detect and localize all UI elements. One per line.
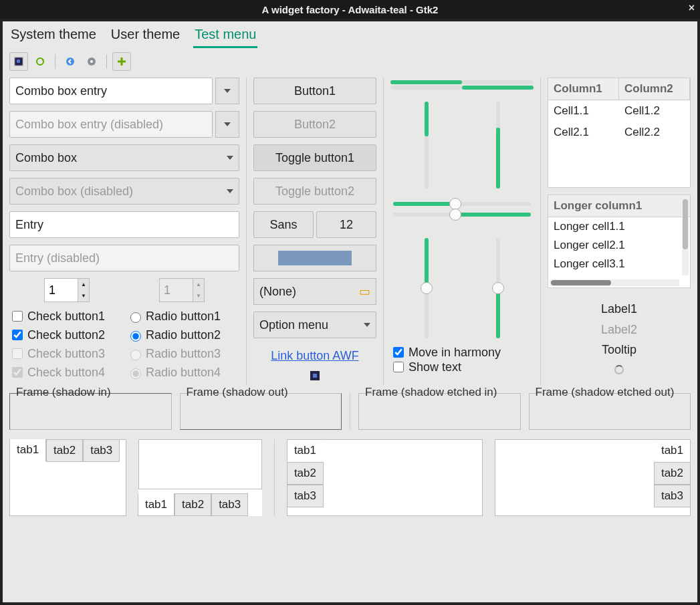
vertical-scrollbar[interactable] [682,198,689,275]
tooltip-label: Tooltip [548,340,691,360]
check-button-3: Check button3 [9,346,122,361]
tab[interactable]: tab2 [174,493,211,516]
combo-box-entry-disabled: Combo box entry (disabled) [9,111,239,138]
svg-rect-7 [313,374,317,378]
table-row[interactable]: Longer cell2.1 [548,236,690,255]
radio-button-1[interactable]: Radio button1 [127,309,239,324]
table-row[interactable]: Cell1.1 Cell1.2 [548,100,690,122]
chevron-down-icon [227,156,233,160]
menubar: System theme User theme Test menu [3,21,697,49]
spin-down-2: ▼ [193,290,204,301]
option-menu[interactable]: Option menu [253,312,376,338]
font-button-size[interactable]: 12 [316,211,376,238]
tab[interactable]: tab3 [83,439,120,462]
table-row[interactable]: Cell2.1 Cell2.2 [548,122,690,143]
combo-entry-drop-disabled [215,111,239,138]
combo-box[interactable]: Combo box [9,144,239,171]
disc-icon[interactable] [82,52,101,71]
table-row[interactable]: Longer cell1.1 [548,217,690,236]
entry[interactable]: Entry [9,211,239,238]
spin-up-1[interactable]: ▲ [78,279,89,290]
combo-box-label: Combo box [15,151,77,165]
table-1: Column1 Column2 Cell1.1 Cell1.2 Cell2.1 … [548,78,691,188]
table-header[interactable]: Column1 [548,78,619,100]
refresh-icon[interactable] [31,52,49,71]
vertical-progress-1 [425,102,429,189]
vertical-slider-1[interactable] [425,238,429,338]
color-swatch [278,251,352,265]
spin-down-1[interactable]: ▼ [78,290,89,301]
toolbar-separator [106,54,107,69]
combo-entry-input-disabled: Combo box entry (disabled) [9,111,213,138]
tool-square-icon[interactable] [9,52,28,71]
table-row[interactable]: Longer cell3.1 [548,255,690,273]
svg-rect-1 [17,59,20,63]
toggle-button-2: Toggle button2 [253,178,376,205]
frame-shadow-etched-in: Frame (shadow etched in) [358,393,521,430]
combo-box-entry: Combo box entry [9,78,239,104]
check-show-text[interactable]: Show text [390,360,534,374]
check-button-4: Check button4 [9,365,122,380]
slider-2[interactable] [393,213,531,217]
button-1[interactable]: Button1 [253,78,376,104]
check-button-2[interactable]: Check button2 [9,328,122,342]
radio-button-3: Radio button3 [127,346,239,361]
table-2: Longer column1 Longer cell1.1 Longer cel… [548,195,691,288]
svg-point-3 [66,57,74,66]
tab[interactable]: tab3 [211,493,248,516]
combo-box-disabled: Combo box (disabled) [9,178,239,205]
horizontal-scrollbar[interactable] [550,279,679,286]
tab[interactable]: tab1 [654,439,691,462]
menu-test-menu[interactable]: Test menu [193,25,257,48]
app-icon [253,370,376,385]
frame-shadow-etched-out: Frame (shadow etched out) [529,393,691,430]
back-icon[interactable] [61,52,80,71]
tab[interactable]: tab3 [654,485,691,507]
combo-entry-drop[interactable] [215,78,239,104]
entry-disabled: Entry (disabled) [9,245,239,271]
frame-shadow-in: Frame (shadow in) [9,393,172,430]
close-icon[interactable]: × [689,2,695,14]
menu-user-theme[interactable]: User theme [110,25,181,48]
spinner-icon [614,365,624,374]
window-title: A widget factory - Adwaita-teal - Gtk2 [262,4,439,15]
separator [350,393,350,430]
combo-entry-input[interactable]: Combo box entry [9,78,213,104]
tab[interactable]: tab2 [287,462,324,485]
label-2: Label2 [548,320,691,340]
radio-button-2[interactable]: Radio button2 [127,328,239,342]
notebook-top: tab1 tab2 tab3 [9,439,126,516]
spin-button-1: ▲ ▼ [44,278,90,302]
plus-icon[interactable] [112,52,131,71]
titlebar: A widget factory - Adwaita-teal - Gtk2 × [0,0,700,19]
tab[interactable]: tab1 [138,493,174,516]
menu-system-theme[interactable]: System theme [9,25,98,48]
check-move-harmony[interactable]: Move in harmony [390,345,534,360]
spin-button-2: ▲ ▼ [159,278,205,302]
notebook-right: tab1 tab2 tab3 [495,439,691,516]
font-button-name[interactable]: Sans [253,211,314,238]
color-button[interactable] [253,245,376,271]
tab[interactable]: tab2 [654,462,691,485]
tab[interactable]: tab1 [9,439,46,462]
tab[interactable]: tab2 [46,439,83,462]
vertical-slider-2[interactable] [496,238,500,338]
toolbar-separator [55,54,55,69]
tab[interactable]: tab1 [287,439,324,462]
notebook-left: tab1 tab2 tab3 [287,439,483,516]
table-header[interactable]: Longer column1 [548,195,690,217]
vertical-progress-2 [496,102,500,189]
slider-1[interactable] [393,202,531,206]
tab[interactable]: tab3 [287,485,324,507]
button-2: Button2 [253,111,376,138]
check-button-1[interactable]: Check button1 [9,309,122,324]
separator [274,439,275,516]
progress-bar-1 [390,80,534,84]
link-button[interactable]: Link button AWF [253,349,376,363]
spin-input-1[interactable] [44,278,78,302]
chevron-down-icon [364,323,370,327]
table-header[interactable]: Column2 [619,78,690,100]
radio-button-4: Radio button4 [127,365,239,380]
toggle-button-1[interactable]: Toggle button1 [253,144,376,171]
file-chooser[interactable]: (None) ▭ [253,278,376,305]
